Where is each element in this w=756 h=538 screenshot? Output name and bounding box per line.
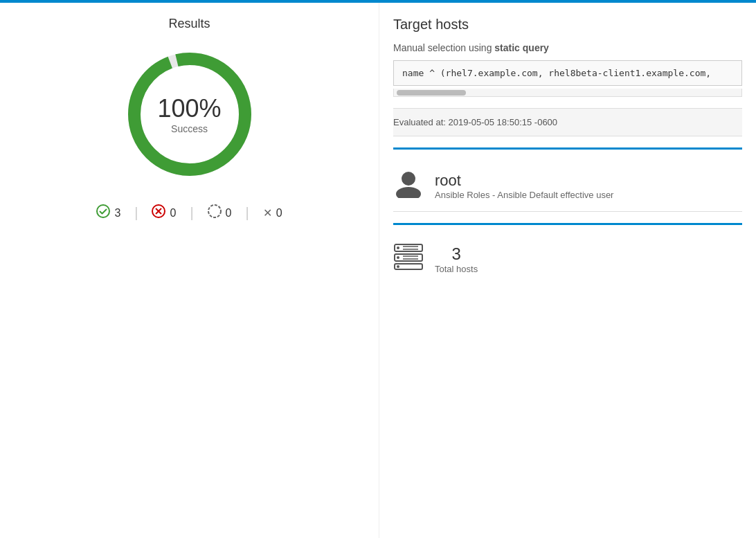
selection-label: Manual selection using xyxy=(393,42,492,53)
left-panel: Results 100% Success xyxy=(0,3,379,538)
selection-type: static query xyxy=(494,42,549,53)
svg-point-12 xyxy=(397,246,399,249)
stat-cancel: ✕ 0 xyxy=(263,206,282,219)
server-icon xyxy=(393,243,424,276)
error-icon xyxy=(152,204,165,222)
success-count: 3 xyxy=(114,207,120,219)
svg-point-8 xyxy=(396,187,421,198)
pending-icon xyxy=(208,204,222,222)
svg-point-13 xyxy=(397,256,399,259)
svg-point-14 xyxy=(397,265,399,268)
results-title: Results xyxy=(14,17,365,31)
query-text: name ^ (rhel7.example.com, rhel8beta-cli… xyxy=(402,68,711,78)
scrollbar-thumb[interactable] xyxy=(397,90,466,96)
blue-separator-2 xyxy=(393,223,742,225)
svg-point-6 xyxy=(208,205,221,217)
donut-label: Success xyxy=(157,123,221,134)
scrollbar[interactable] xyxy=(393,89,742,97)
success-icon xyxy=(96,204,110,222)
divider-2: | xyxy=(190,205,193,221)
user-section: root Ansible Roles - Ansible Default eff… xyxy=(393,161,742,212)
donut-percent: 100% xyxy=(157,94,221,123)
stat-error: 0 xyxy=(152,204,176,222)
divider-1: | xyxy=(134,205,138,221)
user-name: root xyxy=(435,172,613,190)
user-icon xyxy=(393,168,424,204)
stat-pending: 0 xyxy=(208,204,232,222)
divider-3: | xyxy=(246,205,249,221)
pending-count: 0 xyxy=(226,207,232,219)
cancel-count: 0 xyxy=(276,207,282,219)
target-hosts-title: Target hosts xyxy=(393,17,742,33)
evaluated-text: Evaluated at: 2019-05-05 18:50:15 -0600 xyxy=(393,117,557,127)
svg-point-7 xyxy=(402,172,415,186)
user-role: Ansible Roles - Ansible Default effectiv… xyxy=(435,190,613,200)
svg-point-2 xyxy=(97,205,109,217)
donut-center: 100% Success xyxy=(157,94,221,134)
hosts-section: 3 Total hosts xyxy=(393,236,742,283)
query-box: name ^ (rhel7.example.com, rhel8beta-cli… xyxy=(393,60,742,86)
hosts-count: 3 xyxy=(435,244,478,264)
error-count: 0 xyxy=(170,207,176,219)
hosts-info: 3 Total hosts xyxy=(435,244,478,274)
blue-separator xyxy=(393,147,742,150)
selection-info: Manual selection using static query xyxy=(393,42,742,53)
stats-row: 3 | 0 | xyxy=(14,204,365,222)
user-info: root Ansible Roles - Ansible Default eff… xyxy=(435,172,613,200)
evaluated-section: Evaluated at: 2019-05-05 18:50:15 -0600 xyxy=(393,108,742,136)
stat-success: 3 xyxy=(96,204,120,222)
donut-chart: 100% Success xyxy=(14,45,365,183)
cancel-icon: ✕ xyxy=(263,206,272,219)
hosts-label: Total hosts xyxy=(435,264,478,274)
right-panel: Target hosts Manual selection using stat… xyxy=(379,3,756,538)
